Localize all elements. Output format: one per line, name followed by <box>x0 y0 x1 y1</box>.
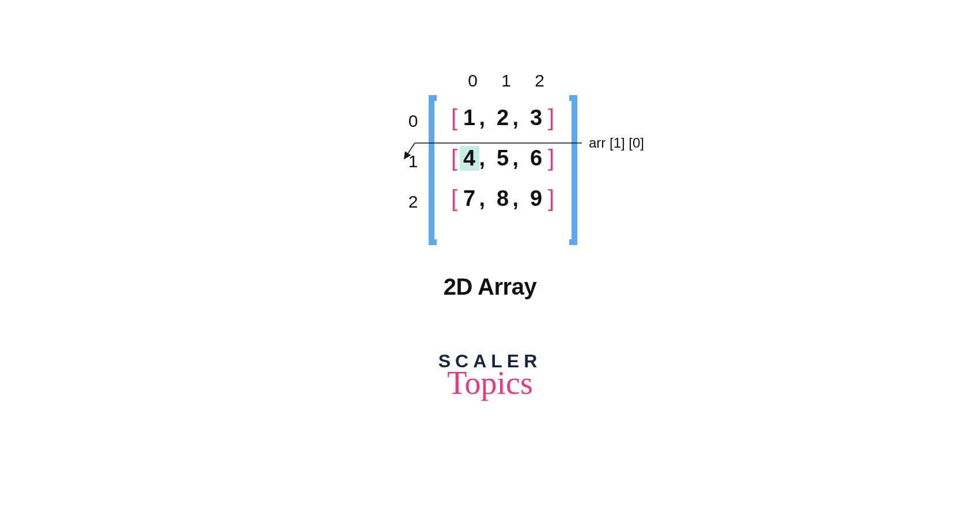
brand-logo: SCALER Topics <box>438 352 542 399</box>
cell-1-2: 6 <box>527 146 546 171</box>
matrix-row-0: [ 1 , 2 , 3 ] <box>449 97 557 138</box>
comma: , <box>513 146 527 171</box>
matrix-row-2: [ 7 , 8 , 9 ] <box>449 178 557 219</box>
cell-1-0-highlighted: 4 <box>460 146 479 171</box>
col-index-1: 1 <box>490 71 523 91</box>
comma: , <box>479 106 493 130</box>
col-index-2: 2 <box>523 71 557 91</box>
row-index-labels: 0 1 2 <box>403 101 418 222</box>
comma: , <box>479 186 493 211</box>
row-bracket-open: [ <box>449 145 460 171</box>
diagram-caption: 2D Array <box>444 274 536 300</box>
row-bracket-open: [ <box>449 186 460 212</box>
column-index-labels: 0 1 2 <box>449 66 557 95</box>
matrix-area: 0 1 2 0 1 2 [ 1 , 2 , 3 ] <box>403 66 577 245</box>
cell-0-2: 3 <box>527 106 546 130</box>
outer-bracket-left <box>429 95 437 245</box>
comma: , <box>513 186 527 211</box>
cell-1-1: 5 <box>493 146 513 171</box>
logo-text-topics: Topics <box>447 367 533 399</box>
row-index-2: 2 <box>403 182 418 222</box>
diagram-2d-array: 0 1 2 0 1 2 [ 1 , 2 , 3 ] <box>403 66 577 300</box>
row-bracket-close: ] <box>546 186 557 212</box>
row-bracket-open: [ <box>449 105 460 131</box>
matrix-rows: [ 1 , 2 , 3 ] [ 4 , 5 , 6 ] <box>449 97 557 219</box>
comma: , <box>513 106 527 130</box>
row-bracket-close: ] <box>546 145 557 171</box>
matrix-row-1: [ 4 , 5 , 6 ] <box>449 138 557 178</box>
row-index-0: 0 <box>403 101 418 141</box>
cell-0-1: 2 <box>493 106 513 130</box>
col-index-0: 0 <box>456 71 490 91</box>
outer-bracket-right <box>569 95 577 245</box>
comma: , <box>479 146 493 171</box>
annotation-label: arr [1] [0] <box>589 135 644 151</box>
cell-2-0: 7 <box>460 186 479 211</box>
row-index-1: 1 <box>403 141 418 182</box>
matrix-body: 0 1 2 [ 1 , 2 , 3 ] [ 4 , 5 <box>437 66 569 219</box>
cell-0-0: 1 <box>460 106 479 130</box>
cell-2-2: 9 <box>527 186 546 211</box>
row-bracket-close: ] <box>546 105 557 131</box>
cell-2-1: 8 <box>493 186 513 211</box>
